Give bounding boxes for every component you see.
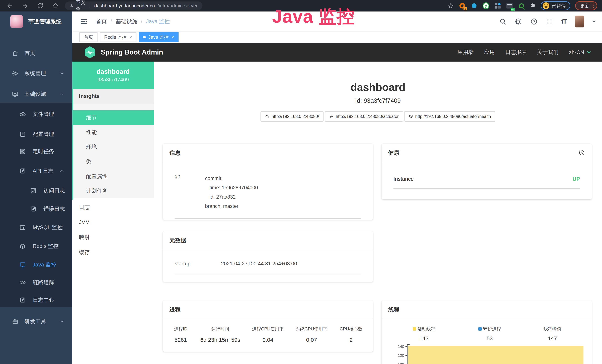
github-icon[interactable] [515,18,522,25]
sba-item-props[interactable]: 配置属性 [72,169,154,183]
extension-pin-icon[interactable] [471,2,478,9]
history-icon[interactable] [579,150,585,156]
help-icon[interactable] [530,18,538,25]
extension-orange-icon[interactable]: 1 [459,2,466,9]
extension-leaf-icon[interactable] [518,2,525,9]
health-card: 健康 Instance UP [382,144,592,199]
fullscreen-icon[interactable] [546,18,553,25]
legend-peak-value: 147 [519,335,586,342]
sba-language-select[interactable]: zh-CN [569,49,592,55]
forward-icon[interactable] [22,3,28,9]
extension-badge: 1 [463,7,467,11]
legend-live-swatch [413,327,416,331]
sidebar-item-system[interactable]: 系统管理 [0,68,72,79]
eye-icon [19,279,26,286]
legend-daemon-label: 守护进程 [483,326,501,332]
health-url-button[interactable]: http://192.168.0.2:48080/actuator/health [404,111,495,122]
annotation-java-monitor: Java 监控 [272,5,355,29]
sba-nav-about[interactable]: 关于我们 [537,49,559,56]
extension-green-icon[interactable]: y [483,2,489,9]
sba-item-scheduled[interactable]: 计划任务 [72,183,154,198]
process-value-uptime: 6d 23h 15m 59s [195,337,246,343]
sidebar-item-job[interactable]: 定时任务 [0,146,72,157]
app-sidebar: 芋道管理系统 首页 系统管理 基础设施 文件管理 配置管理 定时任务 API 日… [0,11,72,364]
sba-item-metrics[interactable]: 性能 [72,125,154,140]
edit-icon [19,131,26,138]
app-logo-row[interactable]: 芋道管理系统 [10,15,62,28]
font-size-icon[interactable]: tT [561,18,567,25]
actuator-url-button[interactable]: http://192.168.0.2:48080/actuator [325,111,403,122]
tab-redis-monitor[interactable]: Redis 监控 × [100,32,137,42]
browser-right-cluster: 1 y on 已暂停 更新 [448,1,602,10]
sidebar-item-error-log[interactable]: 错误日志 [0,203,72,215]
search-icon[interactable] [499,18,506,25]
process-value-pid: 5261 [166,337,195,343]
info-card: 信息 git commit: time: 1596289704000 id: 2… [163,144,373,220]
extensions-puzzle-icon[interactable] [530,3,536,9]
service-url-button[interactable]: http://192.168.0.2:48080/ [260,111,323,122]
breadcrumb-home[interactable]: 首页 [96,18,107,25]
sidebar-item-mysql[interactable]: MySQL 监控 [0,222,72,233]
sidebar-item-access-log[interactable]: 访问日志 [0,185,72,196]
url-path[interactable]: /infra/admin-server [157,3,198,9]
sba-brand[interactable]: Spring Boot Admin [101,48,163,56]
sba-app-name: dashboard [97,68,130,75]
sba-logo-icon[interactable] [84,46,96,59]
sidebar-collapse-icon[interactable] [80,17,88,26]
sba-nav-applications[interactable]: 应用 [484,49,495,56]
user-menu-caret-icon[interactable] [592,21,596,24]
info-card-title: 信息 [163,144,373,162]
extension-list-icon[interactable]: on [506,2,513,9]
sidebar-item-log-center[interactable]: 日志中心 [0,294,72,306]
security-label[interactable]: 不安全 [76,0,86,12]
metadata-card-body: startup 2021-04-27T00:44:31.254+08:00 [163,250,373,274]
tab-home[interactable]: 首页 [79,32,97,42]
sba-instance-id: 93a3fc7f7409 [97,77,129,83]
divider [175,274,361,274]
sba-item-details[interactable]: 细节 [72,110,154,125]
sidebar-item-trace[interactable]: 链路追踪 [0,277,72,288]
close-icon[interactable]: × [129,34,132,40]
sidebar-item-java[interactable]: Java 监控 [0,259,72,270]
log-edit-icon [19,168,26,174]
address-bar[interactable]: 不安全 dashboard.yudao.iocoder.cn/infra/adm… [65,1,203,10]
sba-item-jvm[interactable]: JVM [72,215,154,230]
sba-navbar: Spring Boot Admin 应用墙 应用 日志报表 关于我们 zh-CN [72,43,602,62]
sba-sidebar: dashboard 93a3fc7f7409 Insights 细节 性能 环境… [72,62,154,364]
browser-update-button[interactable]: 更新 [575,1,597,10]
browser-nav [0,3,59,9]
sidebar-item-dev-tools[interactable]: 研发工具 [0,316,72,327]
sba-instance-header[interactable]: dashboard 93a3fc7f7409 [72,62,154,89]
bookmark-star-icon[interactable] [448,3,454,9]
close-icon[interactable]: × [171,34,174,40]
sidebar-item-api-log[interactable]: API 日志 [0,165,72,177]
clock-icon [19,148,26,155]
sidebar-item-config[interactable]: 配置管理 [0,128,72,140]
sidebar-item-redis[interactable]: Redis 监控 [0,240,72,252]
sba-item-classes[interactable]: 类 [72,154,154,169]
url-host[interactable]: dashboard.yudao.iocoder.cn [94,3,155,9]
legend-live-label: 活动线程 [418,326,435,332]
profile-paused-button[interactable]: 已暂停 [541,1,570,10]
reload-icon[interactable] [37,3,43,9]
home-icon [265,114,269,119]
sba-item-mappings[interactable]: 映射 [72,230,154,245]
tab-java-monitor[interactable]: Java 监控 × [139,32,179,42]
sba-item-logfile[interactable]: 日志 [72,200,154,215]
browser-menu-kebab-icon[interactable] [593,3,594,8]
breadcrumb-infra[interactable]: 基础设施 [116,18,137,25]
sidebar-item-infra[interactable]: 基础设施 [0,88,72,100]
sba-nav-journal[interactable]: 日志报表 [505,49,527,56]
chevron-up-icon [59,168,64,173]
sba-nav-wall[interactable]: 应用墙 [458,49,474,56]
sidebar-item-home[interactable]: 首页 [0,47,72,59]
extension-grid-icon[interactable] [494,2,501,9]
home-icon[interactable] [52,3,59,9]
sidebar-item-file[interactable]: 文件管理 [0,108,72,120]
sba-item-env[interactable]: 环境 [72,140,154,154]
back-icon[interactable] [7,3,13,9]
log-edit-icon [30,187,37,194]
user-avatar[interactable] [575,16,584,27]
heartbeat-icon [409,114,413,119]
sba-item-caches[interactable]: 缓存 [72,245,154,260]
